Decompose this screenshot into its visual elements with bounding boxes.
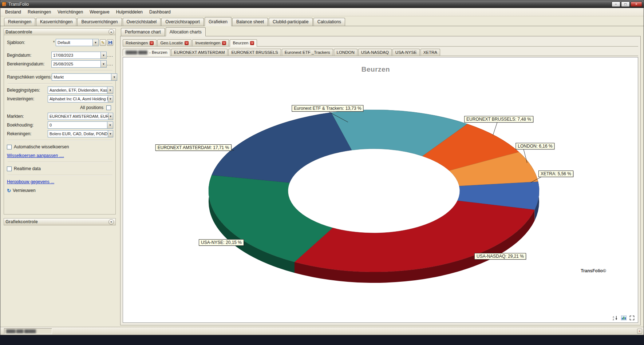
tab-overzichtsrapport[interactable]: Overzichtsrapport [161,18,204,26]
market-tab-label: EURONEXT BRUSSELS [231,50,278,55]
datacontrole-panel: Datacontrole ▲ Sjabloon: * Default [4,28,116,214]
close-button[interactable]: × [631,1,642,7]
app-icon [2,2,7,7]
chevron-down-icon[interactable] [108,96,113,102]
collapse-up-icon[interactable]: ▲ [108,29,114,35]
berekeningsdatum-more-button[interactable]: .... [107,61,113,67]
donut-slice-euronext-amsterdam[interactable] [212,113,352,183]
panel-title: Datacontrole [5,29,32,35]
close-icon[interactable]: × [185,41,189,45]
doc-tab-investeringen[interactable]: Investeringen× [192,39,229,46]
menu-hulpmiddelen[interactable]: Hulpmiddelen [113,8,146,16]
realtime-label: Realtime data [14,166,113,171]
tab-rekeningen[interactable]: Rekeningen [4,18,35,26]
close-icon[interactable]: × [150,41,154,45]
tab-calculations[interactable]: Calculations [313,18,345,26]
vernieuwen-button[interactable]: Vernieuwen [13,188,36,193]
edit-template-button[interactable] [100,39,106,46]
beleggingstypes-combo[interactable]: Aandelen, ETF, Dividenden, Kas [48,87,113,94]
datacontrole-body: Sjabloon: * Default [4,35,115,195]
menu-verrichtingen[interactable]: Verrichtingen [54,8,86,16]
row-heropbouw-link: Heropbouw gegevens ... [7,177,113,186]
boekhouding-label: Boekhouding: [7,123,48,128]
chevron-down-icon[interactable] [108,113,113,120]
all-positions-label: All positions [80,105,103,110]
tab-beursverrichtingen[interactable]: Beursverrichtingen [77,18,122,26]
menu-rekeningen[interactable]: Rekeningen [24,8,54,16]
field-beleggingstypes: Beleggingstypes: Aandelen, ETF, Dividend… [7,86,113,95]
boekhouding-combo[interactable]: 0 [48,121,113,129]
market-tab-usa-nyse[interactable]: USA-NYSE [392,49,420,56]
chart-label-euronext-etf-trackers: Euronext ETF & Trackers: 13,73 % [292,105,363,112]
panel-title: Grafiekcontrole [5,219,38,224]
field-sjabloon: Sjabloon: * Default [7,38,113,47]
investeringen-combo[interactable]: Alphabet Inc Cl A, Asml Holding N... [48,95,113,103]
minimize-button[interactable]: − [612,1,620,7]
chart-type-tab-strip: Performance chartAllocation charts [120,28,641,36]
tab-allocation-charts[interactable]: Allocation charts [166,27,206,36]
status-close-icon[interactable]: × [637,329,642,334]
redacted-status-text: ████ ███ █████ [6,329,36,333]
market-tab-usa-nasdaq[interactable]: USA-NASDAQ [358,49,392,56]
sort-az-icon[interactable]: A Z [612,315,618,320]
rangschikken-combo[interactable]: Markt [52,73,117,81]
chevron-down-icon[interactable] [92,39,98,46]
close-icon[interactable]: × [250,41,254,45]
desktop-background [0,335,644,345]
doc-tab-label: Rekeningen [126,41,148,45]
market-tab-euronext-etf-trackers[interactable]: Euronext ETF _Trackers [282,49,333,56]
tab-clublid-participatie[interactable]: Clublid-participatie [269,18,313,26]
collapse-down-icon[interactable]: ▼ [108,219,114,225]
begindatum-combo[interactable]: 17/08/2023 [51,52,107,59]
realtime-checkbox[interactable] [7,167,12,171]
doc-tab-rekeningen[interactable]: Rekeningen× [123,39,157,46]
menu-dashboard[interactable]: Dashboard [146,8,174,16]
market-tab-london[interactable]: LONDON [334,49,357,56]
sjabloon-combo[interactable]: Default [56,39,99,46]
chevron-down-icon[interactable] [100,52,106,59]
chart-settings-icon[interactable] [621,315,627,320]
field-rekeningen: Rekeningen: Bolero EUR, CAD, Dollar, PON… [7,129,113,138]
status-bar: ████ ███ █████ × [0,327,644,335]
rekeningen-combo[interactable]: Bolero EUR, CAD, Dollar, PONDEN [48,130,113,137]
chevron-down-icon[interactable] [107,87,113,93]
grafiekcontrole-panel: Grafiekcontrole ▼ [4,218,116,225]
chevron-down-icon[interactable] [100,61,106,67]
heropbouw-gegevens-link[interactable]: Heropbouw gegevens ... [7,179,54,184]
market-tab-euronext-amsterdam[interactable]: EURONEXT AMSTERDAM [171,49,228,56]
market-tab-beurzen[interactable]: █████ ████ - Beurzen [123,49,170,56]
chevron-down-icon[interactable] [107,122,113,128]
tab-grafieken[interactable]: Grafieken [205,17,232,26]
close-icon[interactable]: × [222,41,226,45]
market-tab-euronext-brussels[interactable]: EURONEXT BRUSSELS [228,49,281,56]
menu-bestand[interactable]: Bestand [2,8,24,16]
market-tab-xetra[interactable]: XETRA [420,49,440,56]
doc-tab-beurzen[interactable]: Beurzen× [230,39,257,47]
doc-tab-label: Geo.Locatie [160,41,183,45]
markten-combo[interactable]: EURONEXT AMSTERDAM, EURON... [48,113,113,120]
tab-kasverrichtingen[interactable]: Kasverrichtingen [36,18,76,26]
market-tab-label: EURONEXT AMSTERDAM [174,50,225,55]
menu-weergave[interactable]: Weergave [86,8,112,16]
all-positions-checkbox[interactable] [106,105,111,110]
wisselkoersen-aanpassen-link[interactable]: Wisselkoersen aanpassen .... [7,153,64,158]
allocation-panel: Rekeningen×Geo.Locatie×Investeringen×Beu… [120,36,641,325]
chart-toolbar: A Z [612,315,635,320]
donut-slice-usa-nasdaq[interactable] [295,201,534,272]
save-template-button[interactable] [107,39,113,46]
berekeningsdatum-combo[interactable]: 25/08/2025 [51,60,107,68]
fullscreen-icon[interactable] [629,315,635,320]
doc-tab-geo-locatie[interactable]: Geo.Locatie× [157,39,191,46]
divider [8,175,112,176]
begindatum-more-button[interactable]: .... [107,53,113,58]
maximize-button[interactable]: □ [621,1,630,7]
auto-wisselkoersen-label: Automatische wisselkoersen [14,144,113,149]
tab-balance-sheet[interactable]: Balance sheet [232,18,268,26]
rekeningen-value: Bolero EUR, CAD, Dollar, PONDEN [48,132,108,136]
tab-overzichtstabel[interactable]: Overzichtstabel [123,18,161,26]
chevron-down-icon[interactable] [108,131,113,137]
doc-tab-label: Investeringen [195,41,220,45]
chevron-down-icon[interactable] [111,74,117,80]
auto-wisselkoersen-checkbox[interactable] [7,145,12,149]
tab-performance-chart[interactable]: Performance chart [121,28,165,36]
